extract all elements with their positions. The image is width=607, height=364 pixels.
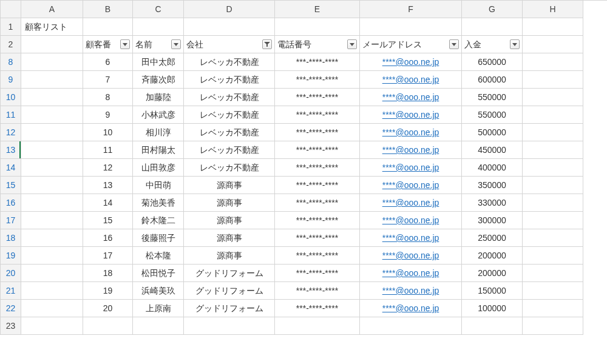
email-link[interactable]: ****@ooo.ne.jp bbox=[382, 57, 439, 67]
email-link[interactable]: ****@ooo.ne.jp bbox=[382, 92, 439, 102]
email-link[interactable]: ****@ooo.ne.jp bbox=[382, 268, 439, 278]
row-header-19[interactable]: 19 bbox=[1, 247, 21, 265]
row-header-13[interactable]: 13 bbox=[1, 141, 21, 159]
cell-phone[interactable]: ***-****-**** bbox=[275, 212, 360, 229]
cell-phone[interactable]: ***-****-**** bbox=[275, 265, 360, 282]
cell-name[interactable]: 松本隆 bbox=[133, 247, 184, 265]
cell-H15[interactable] bbox=[523, 177, 583, 194]
cell-name[interactable]: 中田萌 bbox=[133, 177, 184, 194]
cell-email[interactable]: ****@ooo.ne.jp bbox=[360, 194, 462, 212]
cell-amount[interactable]: 550000 bbox=[462, 89, 523, 106]
header-cell-E[interactable]: 電話番号 bbox=[275, 36, 360, 53]
spreadsheet-grid[interactable]: ABCDEFGH1顧客リスト2顧客番名前会社電話番号メールアドレス入金86田中太… bbox=[0, 0, 607, 335]
cell-H17[interactable] bbox=[523, 212, 583, 229]
email-link[interactable]: ****@ooo.ne.jp bbox=[382, 198, 439, 207]
cell-name[interactable]: 田村陽太 bbox=[133, 141, 184, 159]
empty-cell[interactable] bbox=[462, 317, 523, 335]
cell-amount[interactable]: 450000 bbox=[462, 141, 523, 159]
cell-amount[interactable]: 550000 bbox=[462, 106, 523, 124]
cell-A8[interactable] bbox=[21, 53, 83, 71]
header-cell-C[interactable]: 名前 bbox=[133, 36, 184, 53]
empty-cell[interactable] bbox=[21, 36, 83, 53]
cell-name[interactable]: 田中太郎 bbox=[133, 53, 184, 71]
empty-cell[interactable] bbox=[523, 317, 583, 335]
cell-H12[interactable] bbox=[523, 124, 583, 141]
row-header-12[interactable]: 12 bbox=[1, 124, 21, 141]
cell-H11[interactable] bbox=[523, 106, 583, 124]
column-header-A[interactable]: A bbox=[21, 1, 83, 18]
empty-cell[interactable] bbox=[523, 18, 583, 36]
cell-phone[interactable]: ***-****-**** bbox=[275, 124, 360, 141]
cell-email[interactable]: ****@ooo.ne.jp bbox=[360, 282, 462, 300]
cell-phone[interactable]: ***-****-**** bbox=[275, 159, 360, 177]
empty-cell[interactable] bbox=[83, 18, 133, 36]
empty-cell[interactable] bbox=[523, 36, 583, 53]
email-link[interactable]: ****@ooo.ne.jp bbox=[382, 163, 439, 172]
cell-customer-no[interactable]: 16 bbox=[83, 229, 133, 247]
header-cell-F[interactable]: メールアドレス bbox=[360, 36, 462, 53]
filter-dropdown-icon[interactable] bbox=[120, 39, 130, 49]
cell-company[interactable]: レベッカ不動産 bbox=[184, 71, 275, 89]
cell-name[interactable]: 松田悦子 bbox=[133, 265, 184, 282]
cell-A9[interactable] bbox=[21, 71, 83, 89]
filter-dropdown-icon[interactable] bbox=[510, 39, 520, 49]
header-cell-D[interactable]: 会社 bbox=[184, 36, 275, 53]
filter-dropdown-icon[interactable] bbox=[347, 39, 357, 49]
cell-amount[interactable]: 650000 bbox=[462, 53, 523, 71]
cell-A16[interactable] bbox=[21, 194, 83, 212]
cell-customer-no[interactable]: 11 bbox=[83, 141, 133, 159]
row-header-17[interactable]: 17 bbox=[1, 212, 21, 229]
cell-company[interactable]: レベッカ不動産 bbox=[184, 124, 275, 141]
empty-cell[interactable] bbox=[360, 18, 462, 36]
cell-name[interactable]: 菊池美香 bbox=[133, 194, 184, 212]
cell-company[interactable]: 源商事 bbox=[184, 247, 275, 265]
cell-amount[interactable]: 200000 bbox=[462, 247, 523, 265]
empty-cell[interactable] bbox=[275, 18, 360, 36]
cell-company[interactable]: レベッカ不動産 bbox=[184, 89, 275, 106]
cell-amount[interactable]: 200000 bbox=[462, 265, 523, 282]
cell-name[interactable]: 鈴木隆二 bbox=[133, 212, 184, 229]
cell-customer-no[interactable]: 14 bbox=[83, 194, 133, 212]
cell-H16[interactable] bbox=[523, 194, 583, 212]
cell-A15[interactable] bbox=[21, 177, 83, 194]
cell-company[interactable]: グッドリフォーム bbox=[184, 300, 275, 317]
cell-name[interactable]: 斉藤次郎 bbox=[133, 71, 184, 89]
filter-dropdown-icon[interactable] bbox=[449, 39, 459, 49]
row-header-11[interactable]: 11 bbox=[1, 106, 21, 124]
header-cell-G[interactable]: 入金 bbox=[462, 36, 523, 53]
cell-email[interactable]: ****@ooo.ne.jp bbox=[360, 265, 462, 282]
row-header-14[interactable]: 14 bbox=[1, 159, 21, 177]
cell-amount[interactable]: 300000 bbox=[462, 212, 523, 229]
email-link[interactable]: ****@ooo.ne.jp bbox=[382, 180, 439, 190]
filter-dropdown-icon[interactable] bbox=[171, 39, 181, 49]
row-header-22[interactable]: 22 bbox=[1, 300, 21, 317]
row-header-21[interactable]: 21 bbox=[1, 282, 21, 300]
cell-name[interactable]: 加藤陸 bbox=[133, 89, 184, 106]
cell-company[interactable]: レベッカ不動産 bbox=[184, 53, 275, 71]
cell-A13[interactable] bbox=[21, 141, 83, 159]
cell-email[interactable]: ****@ooo.ne.jp bbox=[360, 300, 462, 317]
cell-amount[interactable]: 400000 bbox=[462, 159, 523, 177]
row-header-20[interactable]: 20 bbox=[1, 265, 21, 282]
cell-amount[interactable]: 500000 bbox=[462, 124, 523, 141]
cell-customer-no[interactable]: 10 bbox=[83, 124, 133, 141]
cell-H10[interactable] bbox=[523, 89, 583, 106]
cell-A17[interactable] bbox=[21, 212, 83, 229]
select-all-corner[interactable] bbox=[1, 1, 21, 18]
email-link[interactable]: ****@ooo.ne.jp bbox=[382, 251, 439, 260]
cell-company[interactable]: レベッカ不動産 bbox=[184, 141, 275, 159]
cell-company[interactable]: レベッカ不動産 bbox=[184, 106, 275, 124]
cell-email[interactable]: ****@ooo.ne.jp bbox=[360, 124, 462, 141]
row-header-9[interactable]: 9 bbox=[1, 71, 21, 89]
row-header-10[interactable]: 10 bbox=[1, 89, 21, 106]
cell-A21[interactable] bbox=[21, 282, 83, 300]
cell-company[interactable]: グッドリフォーム bbox=[184, 265, 275, 282]
empty-cell[interactable] bbox=[462, 18, 523, 36]
cell-email[interactable]: ****@ooo.ne.jp bbox=[360, 212, 462, 229]
empty-cell[interactable] bbox=[133, 317, 184, 335]
cell-H20[interactable] bbox=[523, 265, 583, 282]
cell-company[interactable]: 源商事 bbox=[184, 177, 275, 194]
cell-H19[interactable] bbox=[523, 247, 583, 265]
email-link[interactable]: ****@ooo.ne.jp bbox=[382, 215, 439, 225]
cell-customer-no[interactable]: 8 bbox=[83, 89, 133, 106]
